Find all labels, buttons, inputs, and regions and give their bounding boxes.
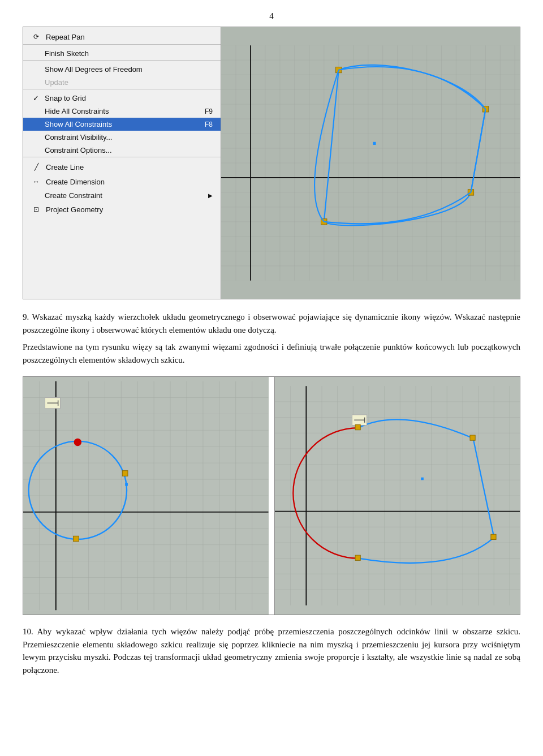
menu-item-constraint-visibility[interactable]: Constraint Visibility... (23, 131, 221, 144)
text-section-1: 9. Wskazać myszką każdy wierzchołek ukła… (23, 311, 520, 366)
menu-item-repeat-pan[interactable]: ⟳ Repeat Pan (23, 29, 221, 45)
finish-sketch-label: Finish Sketch (45, 49, 89, 58)
menu-item-snap-to-grid[interactable]: ✓ Snap to Grid (23, 92, 221, 105)
menu-item-show-constraints[interactable]: Show All Constraints F8 (23, 118, 221, 131)
menu-item-create-line[interactable]: ╱ Create Line (23, 160, 221, 174)
menu-item-project-geometry[interactable]: ⊡ Project Geometry (23, 202, 221, 217)
repeat-pan-icon: ⟳ (31, 32, 41, 42)
update-label: Update (45, 78, 68, 87)
menu-item-constraint-options[interactable]: Constraint Options... (23, 144, 221, 157)
svg-rect-118 (355, 425, 360, 430)
menu-item-update[interactable]: Update (23, 76, 221, 89)
svg-rect-80 (122, 471, 128, 476)
svg-rect-43 (373, 142, 376, 145)
menu-item-hide-constraints[interactable]: Hide All Constraints F9 (23, 105, 221, 118)
repeat-pan-label: Repeat Pan (46, 33, 85, 41)
menu-item-finish-sketch[interactable]: Finish Sketch (23, 47, 221, 61)
right-sketch-svg (275, 377, 520, 615)
left-sketch-svg (23, 377, 269, 615)
constraint-visibility-label: Constraint Visibility... (45, 133, 112, 141)
project-geometry-label: Project Geometry (46, 205, 103, 214)
menu-item-create-dimension[interactable]: ↔ Create Dimension (23, 174, 221, 189)
top-section: ⟳ Repeat Pan Finish Sketch Show All Degr… (23, 27, 520, 299)
constraint-options-label: Constraint Options... (45, 146, 112, 154)
text-section-2: 10. Aby wykazać wpływ działania tych wię… (23, 625, 520, 676)
create-dimension-label: Create Dimension (46, 178, 105, 186)
top-sketch-canvas (221, 27, 520, 299)
show-all-constraints-label: Show All Constraints (45, 120, 112, 128)
create-dimension-icon: ↔ (31, 177, 41, 187)
svg-rect-79 (74, 536, 79, 542)
show-all-dof-label: Show All Degrees of Freedom (45, 65, 143, 74)
top-sketch-svg (221, 27, 520, 299)
page-number: 4 (23, 11, 520, 21)
paragraph-step10: 10. Aby wykazać wpływ działania tych wię… (23, 625, 520, 676)
paragraph-intro: 9. Wskazać myszką każdy wierzchołek ukła… (23, 311, 520, 336)
svg-rect-117 (490, 534, 495, 539)
svg-rect-81 (125, 483, 128, 486)
left-sketch-panel (23, 377, 269, 615)
context-menu[interactable]: ⟳ Repeat Pan Finish Sketch Show All Degr… (23, 27, 221, 299)
create-line-label: Create Line (46, 163, 84, 171)
menu-item-create-constraint[interactable]: Create Constraint ▶ (23, 189, 221, 202)
submenu-arrow-icon: ▶ (208, 192, 213, 199)
snap-to-grid-label: Snap to Grid (45, 94, 86, 102)
bottom-sketches (23, 376, 520, 615)
project-geometry-icon: ⊡ (31, 204, 41, 214)
page: 4 ⟳ Repeat Pan Finish Sketch Show All De… (0, 0, 543, 698)
menu-item-show-all-dof[interactable]: Show All Degrees of Freedom (23, 63, 221, 76)
svg-point-75 (74, 439, 81, 446)
svg-rect-116 (469, 435, 475, 440)
create-line-icon: ╱ (31, 162, 41, 172)
right-sketch-panel (274, 377, 520, 615)
hide-shortcut: F9 (205, 108, 213, 115)
svg-rect-119 (355, 555, 360, 560)
create-constraint-label: Create Constraint (45, 191, 102, 200)
hide-all-constraints-label: Hide All Constraints (45, 107, 109, 115)
snap-check: ✓ (31, 94, 40, 102)
paragraph-body: Przedstawione na tym rysunku więzy są ta… (23, 341, 520, 366)
show-shortcut: F8 (205, 121, 213, 128)
svg-rect-120 (421, 478, 424, 480)
